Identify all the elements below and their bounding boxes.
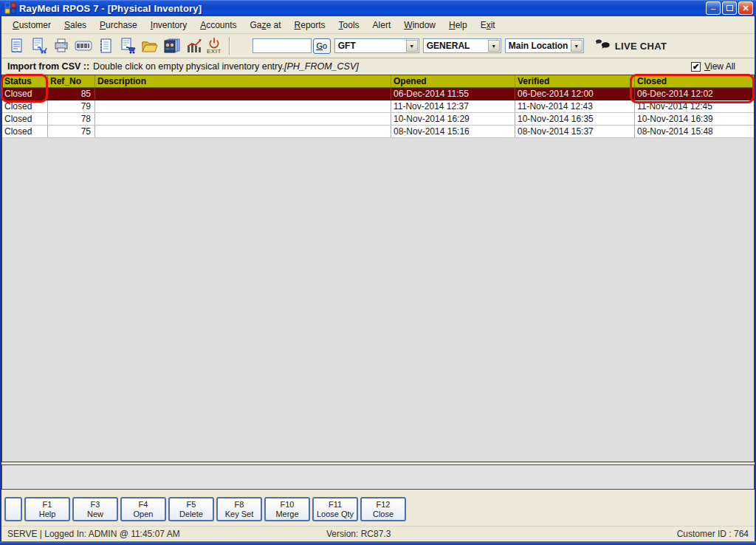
location-dropdown[interactable]: Main Location ▼ — [505, 38, 584, 53]
cell-closed: 10-Nov-2014 16:39 — [635, 113, 754, 125]
menu-item-gaze-at[interactable]: Gaze at — [244, 18, 288, 32]
chevron-down-icon: ▼ — [406, 40, 418, 52]
menu-item-purchase[interactable]: Purchase — [93, 18, 144, 32]
menu-item-exit[interactable]: Exit — [474, 18, 502, 32]
table-row[interactable]: Closed7810-Nov-2014 16:2910-Nov-2014 16:… — [2, 113, 754, 126]
category-dropdown[interactable]: GENERAL ▼ — [423, 38, 501, 53]
menu-bar: CustomerSalesPurchaseInventoryAccountsGa… — [1, 16, 755, 34]
fkey-f11-loose-qty-button[interactable]: F11Loose Qty — [312, 497, 358, 521]
printer-icon[interactable] — [52, 35, 71, 56]
live-chat-label: LIVE CHAT — [615, 41, 667, 52]
chat-bubbles-icon — [594, 39, 611, 52]
cell-ref_no: 79 — [48, 100, 95, 112]
fkey-f5-delete-button[interactable]: F5Delete — [168, 497, 214, 521]
cell-ref_no: 85 — [48, 88, 95, 100]
cell-closed: 08-Nov-2014 15:48 — [635, 126, 754, 137]
cell-verified: 10-Nov-2014 16:35 — [515, 113, 635, 125]
cell-status: Closed — [2, 100, 48, 112]
toolbar: EXIT Go GFT ▼ GENERAL ▼ Main Location ▼ … — [1, 34, 755, 58]
minimize-button[interactable]: – — [706, 1, 721, 15]
menu-item-tools[interactable]: Tools — [332, 18, 366, 32]
menu-item-alert[interactable]: Alert — [366, 18, 398, 32]
fkey-f8-key-set-button[interactable]: F8Key Set — [216, 497, 262, 521]
cell-description — [95, 100, 391, 112]
table-body: Closed8506-Dec-2014 11:5506-Dec-2014 12:… — [2, 88, 754, 138]
status-version: Version: RC87.3 — [326, 529, 533, 539]
status-bar: SERVE | Logged In: ADMIN @ 11:45:07 AM V… — [1, 526, 755, 541]
company-dropdown[interactable]: GFT ▼ — [334, 38, 419, 53]
info-code: [PH_FROM_CSV] — [284, 61, 359, 72]
cell-closed: 11-Nov-2014 12:45 — [635, 100, 754, 112]
menu-item-help[interactable]: Help — [442, 18, 474, 32]
fkey-blank-button[interactable] — [4, 497, 22, 521]
restore-icon — [726, 5, 733, 11]
table-row[interactable]: Closed7508-Nov-2014 15:1608-Nov-2014 15:… — [2, 126, 754, 138]
purchase-cart-icon[interactable] — [118, 35, 137, 56]
go-button[interactable]: Go — [313, 38, 331, 54]
column-header-closed[interactable]: Closed — [635, 75, 754, 87]
users-icon[interactable] — [162, 35, 182, 56]
cell-status: Closed — [2, 88, 48, 100]
live-chat-button[interactable]: LIVE CHAT — [594, 39, 667, 52]
exit-button[interactable]: EXIT — [207, 38, 221, 55]
function-key-bar: F1HelpF3NewF4OpenF5DeleteF8Key SetF10Mer… — [1, 492, 755, 526]
info-title: Import from CSV :: — [7, 61, 89, 72]
window-title: RayMedi RPOS 7 - [Physical Inventory] — [19, 3, 202, 14]
cell-closed: 06-Dec-2014 12:02 — [635, 88, 754, 100]
cell-description — [95, 113, 391, 125]
fkey-f4-open-button[interactable]: F4Open — [120, 497, 166, 521]
sales-chart-icon[interactable] — [185, 35, 204, 56]
view-all-toggle[interactable]: ✔ View All — [691, 61, 735, 72]
invoice-icon[interactable] — [7, 35, 27, 56]
cell-description — [95, 88, 391, 100]
menu-item-window[interactable]: Window — [397, 18, 442, 32]
menu-item-accounts[interactable]: Accounts — [193, 18, 243, 32]
cell-opened: 08-Nov-2014 15:16 — [391, 126, 515, 137]
cell-ref_no: 78 — [48, 113, 95, 125]
lower-panel — [1, 465, 755, 490]
menu-item-sales[interactable]: Sales — [58, 18, 93, 32]
toolbar-separator — [229, 37, 230, 55]
column-header-description[interactable]: Description — [95, 75, 391, 87]
cell-verified: 11-Nov-2014 12:43 — [515, 100, 635, 112]
view-all-label: View All — [704, 61, 735, 72]
table-header-row: StatusRef_NoDescriptionOpenedVerifiedClo… — [2, 75, 754, 88]
column-header-ref_no[interactable]: Ref_No — [48, 75, 95, 87]
cell-ref_no: 75 — [48, 126, 95, 137]
fkey-f12-close-button[interactable]: F12Close — [360, 497, 406, 521]
status-logged-in: SERVE | Logged In: ADMIN @ 11:45:07 AM — [1, 529, 326, 539]
cell-status: Closed — [2, 126, 48, 137]
table-row[interactable]: Closed8506-Dec-2014 11:5506-Dec-2014 12:… — [2, 88, 754, 100]
cell-opened: 06-Dec-2014 11:55 — [391, 88, 515, 100]
info-message: Double click on empty physical inventory… — [93, 61, 284, 72]
exit-label: EXIT — [207, 48, 221, 55]
cell-verified: 06-Dec-2014 12:00 — [515, 88, 635, 100]
info-bar: Import from CSV :: Double click on empty… — [1, 58, 755, 75]
search-input[interactable] — [252, 38, 312, 53]
close-button[interactable]: ✕ — [738, 1, 753, 15]
menu-item-customer[interactable]: Customer — [6, 18, 58, 32]
column-header-verified[interactable]: Verified — [515, 75, 635, 87]
view-all-checkbox[interactable]: ✔ — [691, 62, 701, 72]
app-logo-icon — [4, 2, 16, 14]
menu-item-inventory[interactable]: Inventory — [144, 18, 193, 32]
cell-opened: 11-Nov-2014 12:37 — [391, 100, 515, 112]
ledger-icon[interactable] — [96, 35, 115, 56]
column-header-opened[interactable]: Opened — [391, 75, 515, 87]
table-row[interactable]: Closed7911-Nov-2014 12:3711-Nov-2014 12:… — [2, 100, 754, 113]
category-dropdown-value: GENERAL — [427, 41, 470, 51]
menu-item-reports[interactable]: Reports — [288, 18, 332, 32]
fkey-f1-help-button[interactable]: F1Help — [24, 497, 70, 521]
fkey-f3-new-button[interactable]: F3New — [72, 497, 118, 521]
fkey-f10-merge-button[interactable]: F10Merge — [264, 497, 310, 521]
chevron-down-icon: ▼ — [571, 40, 583, 52]
sales-cart-icon[interactable] — [30, 35, 49, 56]
cell-opened: 10-Nov-2014 16:29 — [391, 113, 515, 125]
open-folder-icon[interactable] — [140, 35, 159, 56]
column-header-status[interactable]: Status — [2, 75, 48, 87]
title-bar: RayMedi RPOS 7 - [Physical Inventory] – … — [0, 0, 756, 16]
inventory-table: StatusRef_NoDescriptionOpenedVerifiedClo… — [1, 75, 755, 462]
restore-button[interactable] — [722, 1, 737, 15]
barcode-icon[interactable] — [74, 35, 93, 56]
window-frame-bottom — [0, 541, 756, 545]
